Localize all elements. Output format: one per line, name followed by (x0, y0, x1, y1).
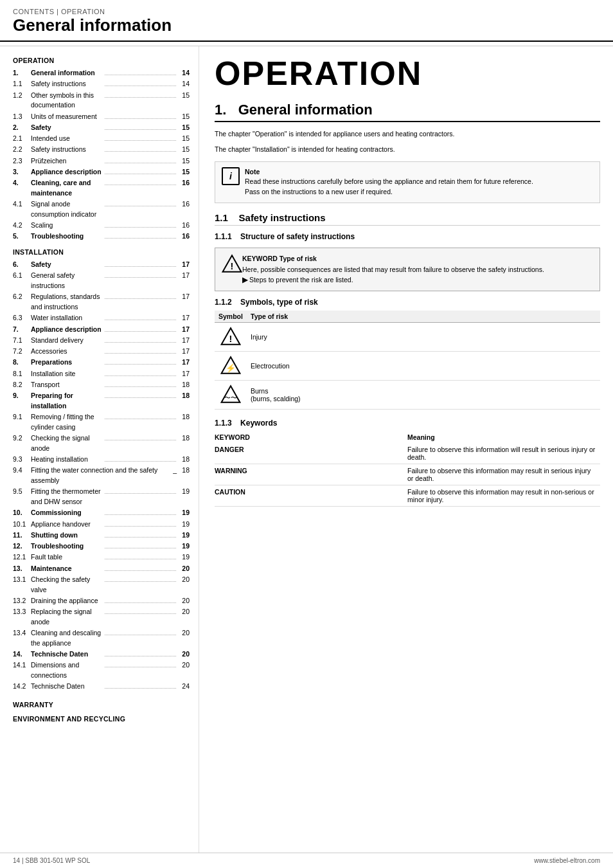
section-1-1-1-title: 1.1.1 Structure of safety instructions (215, 232, 600, 241)
section-1-1-3-num: 1.1.3 (215, 419, 232, 428)
toc-item-14-2: 14.2 Technische Daten 24 (13, 682, 190, 692)
keywords-col-meaning: Meaning (407, 431, 600, 443)
toc-item-1: 1. General information 14 (13, 68, 190, 78)
section-1-1-title: 1.1 Safety instructions (215, 212, 600, 226)
symbols-table: Symbol Type of risk ! Injury (215, 311, 600, 410)
keyword-row-caution: CAUTION Failure to observe this informat… (215, 485, 600, 507)
keywords-table: KEYWORD Meaning DANGER Failure to observ… (215, 431, 600, 507)
toc-item-8-1: 8.1 Installation site 17 (13, 369, 190, 379)
toc-item-2: 2. Safety 15 (13, 123, 190, 133)
toc-item-9-1: 9.1 Removing / fitting the cylinder casi… (13, 412, 190, 433)
note-line-1: Read these instructions carefully before… (245, 177, 533, 187)
keyword-box-content: KEYWORD Type of risk Here, possible cons… (242, 253, 544, 285)
section-1-num: 1. (215, 102, 226, 118)
toc-item-12-1: 12.1 Fault table 19 (13, 552, 190, 563)
keyword-warning-meaning: Failure to observe this information may … (407, 464, 600, 485)
toc-item-8-2: 8.2 Transport 18 (13, 380, 190, 390)
toc-item-13: 13. Maintenance 20 (13, 564, 190, 574)
keyword-line-1: KEYWORD Type of risk (242, 253, 544, 264)
main-content: OPERATION 1. General information The cha… (199, 46, 613, 853)
intro-paragraph-2: The chapter "Installation" is intended f… (215, 144, 600, 154)
toc-item-4-2: 4.2 Scaling 16 (13, 221, 190, 231)
toc-item-6-3: 6.3 Water installation 17 (13, 313, 190, 323)
toc-installation-header: INSTALLATION (13, 248, 190, 256)
toc-item-6-2: 6.2 Regulations, standards and instructi… (13, 292, 190, 312)
toc-item-13-4: 13.4 Cleaning and descaling the applianc… (13, 628, 190, 649)
toc-item-9-2: 9.2 Checking the signal anode 18 (13, 433, 190, 454)
symbol-row-electrocution: ⚡ Electrocution (215, 352, 600, 381)
keyword-row-warning: WARNING Failure to observe this informat… (215, 464, 600, 485)
toc-item-1-2: 1.2 Other symbols in this documentation … (13, 91, 190, 111)
note-label: Note (245, 167, 533, 177)
svg-text:⚡: ⚡ (226, 363, 236, 374)
toc-environment-header: ENVIRONMENT AND RECYCLING (13, 715, 190, 723)
section-1-title: 1. General information (215, 102, 600, 122)
toc-item-7-2: 7.2 Accessories 17 (13, 347, 190, 357)
note-line-2: Pass on the instructions to a new user i… (245, 187, 533, 197)
toc-item-10-1: 10.1 Appliance handover 19 (13, 520, 190, 530)
keyword-danger-meaning: Failure to observe this information will… (407, 443, 600, 464)
keyword-caution-label: CAUTION (215, 485, 407, 507)
toc-item-9-5: 9.5 Fitting the thermometer and DHW sens… (13, 487, 190, 507)
svg-text:!: ! (231, 261, 234, 271)
toc-item-8: 8. Preparations 17 (13, 357, 190, 368)
breadcrumb: CONTENTS | OPERATION (13, 8, 600, 15)
burns-icon: 〜〜 (220, 384, 241, 404)
keyword-row-danger: DANGER Failure to observe this informati… (215, 443, 600, 464)
section-1-1-3-label: Keywords (240, 419, 277, 428)
section-1-1-label: Safety instructions (239, 212, 326, 223)
toc-warranty-header: WARRANTY (13, 701, 190, 709)
toc-item-13-2: 13.2 Draining the appliance 20 (13, 596, 190, 606)
page-title: General information (13, 15, 600, 35)
toc-item-14: 14. Technische Daten 20 (13, 649, 190, 660)
note-box: i Note Read these instructions carefully… (215, 161, 600, 203)
table-of-contents: OPERATION 1. General information 14 1.1 … (0, 46, 199, 853)
toc-item-5: 5. Troubleshooting 16 (13, 231, 190, 242)
toc-installation-entries: 6. Safety 17 6.1 General safety instruct… (13, 260, 190, 692)
keyword-line-3: ▶ Steps to prevent the risk are listed. (242, 275, 544, 285)
keyword-caution-meaning: Failure to observe this information may … (407, 485, 600, 507)
symbol-injury-label: Injury (247, 323, 600, 352)
section-1-1-num: 1.1 (215, 212, 228, 223)
toc-item-11: 11. Shutting down 19 (13, 530, 190, 541)
toc-item-13-1: 13.1 Checking the safety valve 20 (13, 575, 190, 595)
note-content: Note Read these instructions carefully b… (245, 167, 533, 197)
keywords-col-keyword: KEYWORD (215, 431, 407, 443)
header: CONTENTS | OPERATION General information (0, 0, 613, 42)
section-1-1-2-num: 1.1.2 (215, 298, 232, 307)
toc-item-13-3: 13.3 Replacing the signal anode 20 (13, 607, 190, 628)
toc-item-2-1: 2.1 Intended use 15 (13, 134, 190, 144)
keyword-warning-label: WARNING (215, 464, 407, 485)
content-area: OPERATION 1. General information 14 1.1 … (0, 46, 613, 853)
toc-item-4: 4. Cleaning, care and maintenance 16 (13, 178, 190, 199)
operation-title: OPERATION (215, 57, 600, 90)
footer-left: 14 | SBB 301-501 WP SOL (13, 857, 90, 864)
toc-item-1-3: 1.3 Units of measurement 15 (13, 112, 190, 122)
keyword-box: ! KEYWORD Type of risk Here, possible co… (215, 248, 600, 291)
svg-text:〜〜: 〜〜 (224, 394, 237, 401)
toc-operation-entries: 1. General information 14 1.1 Safety ins… (13, 68, 190, 242)
toc-item-2-3: 2.3 Prüfzeichen 15 (13, 156, 190, 167)
toc-item-14-1: 14.1 Dimensions and connections 20 (13, 660, 190, 681)
section-1-1-1-label: Structure of safety instructions (240, 232, 355, 241)
keyword-danger-label: DANGER (215, 443, 407, 464)
toc-item-2-2: 2.2 Safety instructions 15 (13, 145, 190, 155)
toc-item-9: 9. Preparing for installation 18 (13, 391, 190, 411)
symbol-row-injury: ! Injury (215, 323, 600, 352)
warning-triangle-icon: ! (222, 253, 242, 274)
toc-item-4-1: 4.1 Signal anode consumption indicator 1… (13, 199, 190, 220)
section-1-label: General information (238, 102, 373, 118)
page: CONTENTS | OPERATION General information… (0, 0, 613, 868)
note-icon: i (222, 167, 240, 185)
svg-text:!: ! (229, 334, 233, 344)
toc-item-9-4: 9.4 Fitting the water connection and the… (13, 466, 190, 486)
symbol-row-burns: 〜〜 Burns(burns, scalding) (215, 381, 600, 410)
section-1-1-1-num: 1.1.1 (215, 232, 232, 241)
toc-item-6: 6. Safety 17 (13, 260, 190, 270)
section-1-1-2-title: 1.1.2 Symbols, type of risk (215, 298, 600, 307)
symbol-burns-label: Burns(burns, scalding) (247, 381, 600, 410)
toc-item-9-3: 9.3 Heating installation 18 (13, 455, 190, 465)
symbols-col-risk: Type of risk (247, 311, 600, 323)
toc-item-10: 10. Commissioning 19 (13, 508, 190, 518)
toc-operation-header: OPERATION (13, 57, 190, 64)
